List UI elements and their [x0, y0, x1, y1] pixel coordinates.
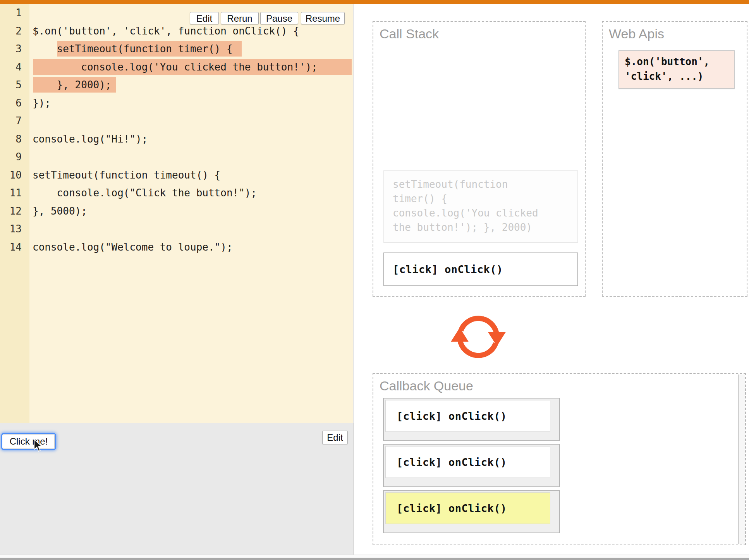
- web-api-task-line: $.on('button',: [625, 54, 734, 69]
- line-number: 8: [0, 130, 22, 148]
- top-orange-bar: [0, 0, 749, 4]
- line-number: 9: [0, 148, 22, 166]
- ghost-frame-line: timer() {: [393, 192, 577, 206]
- ghost-frame-line: the button!'); }, 2000): [393, 220, 577, 235]
- control-rerun-button[interactable]: Rerun: [221, 12, 259, 24]
- output-stage: Click me! Edit: [0, 423, 354, 555]
- line-number: 14: [0, 238, 22, 256]
- code-line: console.log("Click the button!");: [33, 184, 257, 202]
- ghost-frame-line: setTimeout(function: [393, 177, 577, 192]
- line-number: 10: [0, 166, 22, 184]
- queue-item: [click] onClick(): [383, 444, 560, 487]
- stack-frame-active: [click] onClick(): [383, 253, 578, 286]
- callback-queue-panel: Callback Queue [click] onClick()[click] …: [373, 373, 746, 545]
- code-line: }, 5000);: [33, 202, 87, 220]
- queue-item-label: [click] onClick(): [385, 492, 550, 524]
- web-apis-title: Web Apis: [609, 26, 664, 41]
- line-number: 11: [0, 184, 22, 202]
- control-resume-button[interactable]: Resume: [301, 12, 345, 24]
- code-line: console.log("Welcome to loupe.");: [33, 238, 233, 256]
- web-api-task: $.on('button','click', ...): [618, 50, 735, 89]
- callback-queue-title: Callback Queue: [380, 378, 473, 393]
- code-line: $.on('button', 'click', function onClick…: [33, 22, 299, 40]
- control-pause-button[interactable]: Pause: [260, 12, 298, 24]
- bottom-gutter: [0, 555, 749, 558]
- queue-item-label: [click] onClick(): [385, 446, 550, 478]
- code-line: });: [33, 94, 51, 112]
- horizontal-scrollbar[interactable]: [0, 558, 749, 560]
- stack-frame-ghost: setTimeout(functiontimer() {console.log(…: [383, 170, 578, 243]
- stage-edit-button[interactable]: Edit: [322, 431, 348, 444]
- line-number-gutter: 1234567891011121314: [0, 4, 29, 423]
- line-number: 2: [0, 22, 22, 40]
- queue-item-label: [click] onClick(): [385, 400, 550, 432]
- code-line: console.log("Hi!");: [33, 130, 148, 148]
- control-edit-button[interactable]: Edit: [190, 12, 219, 24]
- code-line: }, 2000);: [33, 76, 112, 94]
- line-number: 6: [0, 94, 22, 112]
- code-line: setTimeout(function timer() {: [33, 40, 233, 58]
- line-number: 3: [0, 40, 22, 58]
- line-number: 5: [0, 76, 22, 94]
- queue-item: [click] onClick(): [383, 398, 560, 441]
- queue-item: [click] onClick(): [383, 490, 560, 533]
- code-line: console.log('You clicked the button!');: [33, 58, 318, 76]
- web-api-task-line: 'click', ...): [625, 69, 734, 84]
- event-loop-icon: [447, 309, 509, 365]
- line-number: 12: [0, 202, 22, 220]
- mouse-cursor-icon: [33, 439, 44, 453]
- queue-item-clipped: [738, 374, 745, 544]
- click-me-button-label: Click me!: [3, 435, 55, 448]
- line-number: 4: [0, 58, 22, 76]
- ghost-frame-line: console.log('You clicked: [393, 206, 577, 220]
- line-number: 13: [0, 220, 22, 238]
- line-number: 7: [0, 112, 22, 130]
- call-stack-title: Call Stack: [380, 26, 439, 41]
- code-line: setTimeout(function timeout() {: [33, 166, 220, 184]
- web-apis-panel: Web Apis $.on('button','click', ...): [602, 21, 747, 297]
- click-me-button[interactable]: Click me!: [1, 433, 56, 450]
- call-stack-panel: Call Stack setTimeout(functiontimer() {c…: [373, 21, 586, 297]
- line-number: 1: [0, 4, 22, 22]
- code-editor-panel[interactable]: 1234567891011121314 $.on('button', 'clic…: [0, 4, 354, 423]
